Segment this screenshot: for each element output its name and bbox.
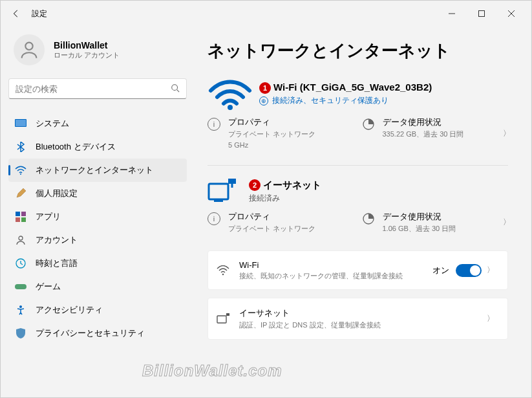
usage-icon xyxy=(362,118,375,131)
clock-icon xyxy=(15,258,27,269)
content: BillionWallet ローカル アカウント システム Bluetooth … xyxy=(1,27,531,397)
chevron-right-icon: 〉 xyxy=(482,313,500,324)
accessibility-icon xyxy=(15,304,27,316)
usage-sub: 1.06 GB、過去 30 日間 xyxy=(383,224,456,234)
display-icon xyxy=(15,118,27,129)
nav-label: ゲーム xyxy=(36,281,61,293)
prop-sub: プライベート ネットワーク xyxy=(228,224,315,234)
wifi-icon xyxy=(15,164,27,176)
page-title: ネットワークとインターネット xyxy=(207,39,516,62)
user-name: BillionWallet xyxy=(54,40,120,50)
prop-sub2: 5 GHz xyxy=(228,140,315,150)
nav-label: アプリ xyxy=(36,211,61,223)
svg-rect-22 xyxy=(228,179,236,184)
chevron-right-icon: 〉 xyxy=(498,217,516,228)
nav-privacy[interactable]: プライバシーとセキュリティ xyxy=(8,322,187,345)
minimize-button[interactable] xyxy=(437,3,467,24)
wifi-header: 1Wi-Fi (KT_GiGA_5G_Wave2_03B2) ⊕接続済み、セキュ… xyxy=(207,78,516,110)
chevron-right-icon: 〉 xyxy=(498,128,516,139)
wifi-toggle-wrap: オン 〉 xyxy=(432,264,500,277)
svg-point-4 xyxy=(25,43,32,50)
svg-point-5 xyxy=(172,84,178,90)
account-icon xyxy=(15,234,27,246)
wifi-network-title: 1Wi-Fi (KT_GiGA_5G_Wave2_03B2) xyxy=(259,82,432,94)
card-sub: 接続、既知のネットワークの管理、従量制課金接続 xyxy=(239,271,403,280)
wifi-properties-row: i プロパティ プライベート ネットワーク 5 GHz データ使用状況 335.… xyxy=(207,116,516,160)
eth-usage-link[interactable]: データ使用状況 1.06 GB、過去 30 日間 〉 xyxy=(362,211,516,234)
wifi-toggle[interactable] xyxy=(456,264,482,277)
usage-icon xyxy=(362,212,375,225)
nav-bluetooth[interactable]: Bluetooth とデバイス xyxy=(8,135,187,159)
eth-properties-row: i プロパティ プライベート ネットワーク データ使用状況 1.06 GB、過去… xyxy=(207,211,516,243)
search-icon xyxy=(171,83,180,94)
wifi-usage-link[interactable]: データ使用状況 335.22 GB、過去 30 日間 〉 xyxy=(362,116,516,151)
wifi-toggle-card[interactable]: Wi-Fi 接続、既知のネットワークの管理、従量制課金接続 オン 〉 xyxy=(207,250,508,290)
nav-accessibility[interactable]: アクセシビリティ xyxy=(8,298,187,322)
ethernet-header: 2イーサネット 接続済み xyxy=(207,179,516,205)
svg-point-9 xyxy=(20,173,21,175)
prop-title: プロパティ xyxy=(228,116,315,128)
ethernet-settings-card[interactable]: イーサネット 認証、IP 設定と DNS 設定、従量制課金接続 〉 xyxy=(207,298,508,339)
svg-rect-21 xyxy=(214,199,223,202)
main-panel: ネットワークとインターネット 1Wi-Fi (KT_GiGA_5G_Wave2_… xyxy=(195,27,531,397)
card-title: イーサネット xyxy=(239,307,381,319)
svg-rect-20 xyxy=(209,184,228,199)
nav-label: アクセシビリティ xyxy=(36,304,103,316)
ethernet-title: 2イーサネット xyxy=(249,179,321,192)
svg-rect-13 xyxy=(21,217,26,222)
toggle-state-label: オン xyxy=(432,265,449,276)
svg-line-6 xyxy=(177,89,180,92)
settings-window: 設定 BillionWallet ローカル アカウント xyxy=(0,0,532,398)
chevron-right-icon: 〉 xyxy=(482,265,500,276)
window-controls xyxy=(437,3,526,24)
info-icon: i xyxy=(207,118,220,131)
svg-rect-11 xyxy=(21,212,26,216)
card-title: Wi-Fi xyxy=(239,260,403,270)
nav-label: システム xyxy=(36,118,69,129)
wifi-icon xyxy=(216,263,230,278)
apps-icon xyxy=(15,211,27,223)
globe-icon: ⊕ xyxy=(259,96,268,105)
search-input[interactable] xyxy=(16,84,171,94)
nav-apps[interactable]: アプリ xyxy=(8,205,187,228)
nav-label: Bluetooth とデバイス xyxy=(36,141,116,153)
usage-sub: 335.22 GB、過去 30 日間 xyxy=(383,129,464,139)
svg-point-17 xyxy=(19,305,22,308)
prop-sub: プライベート ネットワーク xyxy=(228,129,315,139)
sidebar: BillionWallet ローカル アカウント システム Bluetooth … xyxy=(1,27,195,397)
prop-title: プロパティ xyxy=(228,211,315,223)
wifi-properties-link[interactable]: i プロパティ プライベート ネットワーク 5 GHz xyxy=(207,116,362,151)
nav-gaming[interactable]: ゲーム xyxy=(8,275,187,298)
svg-rect-1 xyxy=(479,11,485,17)
maximize-button[interactable] xyxy=(467,3,496,24)
gaming-icon xyxy=(15,281,27,293)
nav-label: プライバシーとセキュリティ xyxy=(36,327,145,339)
nav-label: アカウント xyxy=(36,234,78,246)
titlebar: 設定 xyxy=(1,1,531,27)
search-box[interactable] xyxy=(8,78,187,99)
nav-personalization[interactable]: 個人用設定 xyxy=(8,182,187,205)
ethernet-small-icon xyxy=(216,312,230,326)
nav-system[interactable]: システム xyxy=(8,112,187,135)
ethernet-status: 接続済み xyxy=(249,193,321,204)
nav-label: ネットワークとインターネット xyxy=(36,164,153,176)
user-account-type: ローカル アカウント xyxy=(54,50,120,60)
nav-accounts[interactable]: アカウント xyxy=(8,228,187,252)
ethernet-icon xyxy=(207,179,239,205)
shield-icon xyxy=(15,327,27,339)
back-button[interactable] xyxy=(6,3,27,24)
nav-list: システム Bluetooth とデバイス ネットワークとインターネット 個人用設… xyxy=(8,112,187,345)
wifi-status: ⊕接続済み、セキュリティ保護あり xyxy=(259,95,432,106)
nav-network[interactable]: ネットワークとインターネット xyxy=(8,159,187,182)
card-sub: 認証、IP 設定と DNS 設定、従量制課金接続 xyxy=(239,320,381,329)
user-profile[interactable]: BillionWallet ローカル アカウント xyxy=(8,27,187,78)
avatar-icon xyxy=(14,34,45,65)
nav-time-language[interactable]: 時刻と言語 xyxy=(8,252,187,275)
close-button[interactable] xyxy=(496,3,526,24)
svg-point-25 xyxy=(222,274,224,275)
app-title: 設定 xyxy=(32,8,47,19)
eth-properties-link[interactable]: i プロパティ プライベート ネットワーク xyxy=(207,211,362,234)
wifi-big-icon xyxy=(207,78,253,110)
paint-icon xyxy=(15,188,27,199)
bluetooth-icon xyxy=(15,141,27,153)
